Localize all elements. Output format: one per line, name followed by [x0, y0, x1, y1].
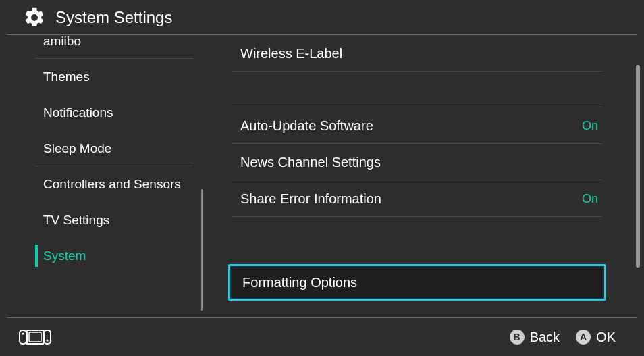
sidebar-item-controllers[interactable]: Controllers and Sensors: [7, 166, 203, 202]
sidebar-item-label: Controllers and Sensors: [43, 177, 181, 192]
content-scrollbar[interactable]: [636, 38, 640, 315]
hint-back[interactable]: B Back: [510, 330, 560, 345]
footer-hints: B Back A OK: [510, 330, 616, 345]
sidebar-item-tv-settings[interactable]: TV Settings: [7, 202, 203, 238]
sidebar-scrollbar[interactable]: [201, 41, 204, 311]
row-label: Auto-Update Software: [240, 118, 373, 134]
b-button-icon: B: [510, 330, 525, 345]
row-label: Share Error Information: [240, 191, 381, 207]
row-value: On: [582, 119, 602, 133]
gear-icon: [23, 6, 46, 29]
hint-label: Back: [530, 330, 560, 345]
row-share-error-information[interactable]: Share Error Information On: [223, 180, 612, 217]
sidebar-item-sleep-mode[interactable]: Sleep Mode: [7, 130, 203, 166]
svg-rect-0: [20, 330, 26, 344]
hint-ok[interactable]: A OK: [576, 330, 616, 345]
svg-point-4: [22, 332, 24, 334]
sidebar-item-amiibo[interactable]: amiibo: [7, 35, 203, 59]
sidebar: amiibo Themes Notifications Sleep Mode C…: [7, 35, 203, 317]
svg-point-5: [46, 339, 48, 341]
row-wireless-e-label[interactable]: Wireless E-Label: [223, 35, 612, 72]
hint-label: OK: [596, 330, 616, 345]
row-formatting-options[interactable]: Formatting Options: [228, 264, 606, 301]
sidebar-item-label: Sleep Mode: [43, 141, 111, 156]
row-label: Formatting Options: [242, 275, 357, 290]
scrollbar-thumb[interactable]: [636, 65, 640, 268]
console-icon: [19, 330, 51, 345]
sidebar-item-notifications[interactable]: Notifications: [7, 95, 203, 130]
row-label: Wireless E-Label: [240, 46, 342, 61]
svg-rect-3: [29, 332, 41, 342]
sidebar-item-label: Notifications: [43, 105, 113, 120]
a-button-icon: A: [576, 330, 591, 345]
sidebar-item-label: Themes: [43, 70, 90, 84]
header: System Settings: [7, 0, 637, 35]
footer: B Back A OK: [7, 317, 637, 356]
row-news-channel-settings[interactable]: News Channel Settings: [223, 144, 612, 180]
row-value: On: [582, 192, 602, 206]
group-spacer: [223, 72, 612, 107]
sidebar-item-label: amiibo: [43, 35, 81, 49]
content-pane: Wireless E-Label Auto-Update Software On…: [223, 35, 612, 317]
scrollbar-thumb[interactable]: [201, 189, 203, 311]
page-title: System Settings: [55, 8, 172, 27]
sidebar-item-system[interactable]: System: [7, 238, 203, 274]
sidebar-item-themes[interactable]: Themes: [7, 59, 203, 95]
sidebar-item-label: TV Settings: [43, 213, 109, 228]
row-auto-update-software[interactable]: Auto-Update Software On: [223, 107, 612, 144]
svg-rect-2: [44, 330, 51, 344]
group-spacer: [223, 217, 612, 264]
sidebar-item-label: System: [43, 249, 86, 263]
row-label: News Channel Settings: [240, 155, 381, 170]
